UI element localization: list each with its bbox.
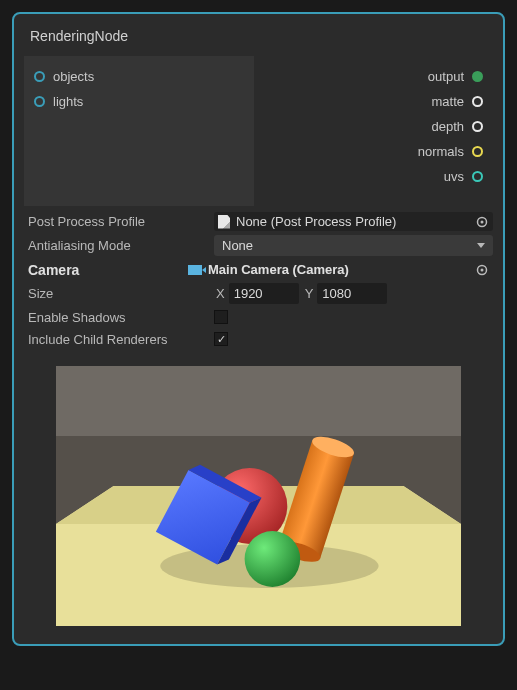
port-connector-icon[interactable]: [472, 171, 483, 182]
port-connector-icon[interactable]: [472, 96, 483, 107]
camera-field[interactable]: Main Camera (Camera): [184, 260, 493, 279]
field-label: Include Child Renderers: [24, 332, 214, 347]
field-label: Post Process Profile: [24, 214, 214, 229]
port-label: normals: [418, 144, 464, 159]
io-section: objects lights output matte depth normal…: [14, 56, 503, 206]
port-connector-icon[interactable]: [34, 71, 45, 82]
port-connector-icon[interactable]: [472, 121, 483, 132]
enable-shadows-row: Enable Shadows: [24, 306, 493, 328]
enable-shadows-checkbox[interactable]: [214, 310, 228, 324]
field-label: Camera: [24, 262, 184, 278]
input-port-objects[interactable]: objects: [24, 64, 254, 89]
port-label: uvs: [444, 169, 464, 184]
port-label: matte: [431, 94, 464, 109]
preview-container: [14, 350, 503, 626]
axis-y-label: Y: [305, 286, 314, 301]
size-x-input[interactable]: [229, 283, 299, 304]
render-preview: [56, 366, 461, 626]
antialiasing-dropdown[interactable]: None: [214, 235, 493, 256]
post-process-field[interactable]: None (Post Process Profile): [214, 212, 493, 231]
asset-icon: [218, 215, 230, 229]
port-connector-icon[interactable]: [472, 146, 483, 157]
port-connector-icon[interactable]: [34, 96, 45, 107]
camera-row: Camera Main Camera (Camera): [24, 258, 493, 281]
field-label: Enable Shadows: [24, 310, 214, 325]
dropdown-value: None: [222, 238, 253, 253]
svg-point-3: [481, 268, 484, 271]
svg-rect-4: [56, 366, 461, 436]
object-picker-icon[interactable]: [475, 215, 489, 229]
svg-point-16: [245, 531, 301, 587]
port-label: objects: [53, 69, 94, 84]
rendering-node: RenderingNode objects lights output matt…: [12, 12, 505, 646]
field-label: Size: [24, 286, 214, 301]
include-children-row: Include Child Renderers ✓: [24, 328, 493, 350]
size-y-input[interactable]: [317, 283, 387, 304]
output-port-normals[interactable]: normals: [254, 139, 493, 164]
field-value: None (Post Process Profile): [236, 214, 396, 229]
chevron-down-icon: [477, 243, 485, 248]
properties-panel: Post Process Profile None (Post Process …: [14, 206, 503, 350]
object-picker-icon[interactable]: [475, 263, 489, 277]
include-children-checkbox[interactable]: ✓: [214, 332, 228, 346]
inputs-panel: objects lights: [24, 56, 254, 206]
field-value: Main Camera (Camera): [208, 262, 349, 277]
output-port-depth[interactable]: depth: [254, 114, 493, 139]
antialiasing-row: Antialiasing Mode None: [24, 233, 493, 258]
field-label: Antialiasing Mode: [24, 238, 214, 253]
port-label: depth: [431, 119, 464, 134]
port-label: output: [428, 69, 464, 84]
input-port-lights[interactable]: lights: [24, 89, 254, 114]
port-connector-icon[interactable]: [472, 71, 483, 82]
output-port-uvs[interactable]: uvs: [254, 164, 493, 189]
post-process-row: Post Process Profile None (Post Process …: [24, 210, 493, 233]
node-title: RenderingNode: [14, 24, 503, 56]
size-row: Size X Y: [24, 281, 493, 306]
output-port-output[interactable]: output: [254, 64, 493, 89]
camera-icon: [188, 265, 202, 275]
port-label: lights: [53, 94, 83, 109]
axis-x-label: X: [216, 286, 225, 301]
svg-point-1: [481, 220, 484, 223]
output-port-matte[interactable]: matte: [254, 89, 493, 114]
outputs-panel: output matte depth normals uvs: [254, 56, 493, 206]
